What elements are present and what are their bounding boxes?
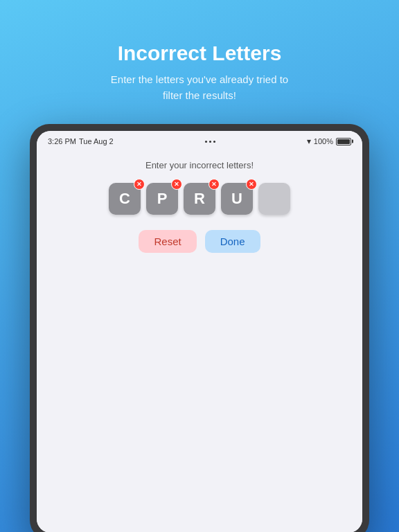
prompt-text: Enter your incorrect letters! <box>145 160 254 170</box>
badge-x-text-c: ✕ <box>136 181 142 188</box>
letter-tile-u[interactable]: U ✕ <box>221 183 253 215</box>
status-right: ▾ 100% <box>307 136 351 146</box>
badge-x-text-r: ✕ <box>211 181 217 188</box>
badge-x-r: ✕ <box>209 179 220 190</box>
letter-char-u: U <box>231 190 242 208</box>
letter-tile-empty[interactable] <box>258 183 290 215</box>
letter-tile-c[interactable]: C ✕ <box>109 183 141 215</box>
badge-x-text-p: ✕ <box>174 181 179 188</box>
battery-fill <box>337 139 350 144</box>
badge-x-c: ✕ <box>134 179 145 190</box>
top-section: Incorrect Letters Enter the letters you'… <box>0 0 399 124</box>
subtitle: Enter the letters you've already tried t… <box>111 72 288 103</box>
time-label: 3:26 PM <box>48 137 76 145</box>
screen-content: Enter your incorrect letters! C ✕ P ✕ R <box>37 149 362 532</box>
buttons-row: Reset Done <box>139 230 260 253</box>
dot-2 <box>209 141 211 143</box>
battery-icon <box>336 138 351 145</box>
badge-x-p: ✕ <box>171 179 182 190</box>
ipad-screen: 3:26 PM Tue Aug 2 ▾ 100% Enter your inco… <box>37 131 362 532</box>
status-bar: 3:26 PM Tue Aug 2 ▾ 100% <box>37 131 362 149</box>
letter-char-c: C <box>119 190 130 208</box>
date-label: Tue Aug 2 <box>79 137 114 145</box>
badge-x-text-u: ✕ <box>249 181 254 188</box>
letters-row: C ✕ P ✕ R ✕ U <box>109 183 290 215</box>
wifi-icon: ▾ <box>307 136 311 146</box>
dot-3 <box>213 141 215 143</box>
reset-button[interactable]: Reset <box>139 230 196 253</box>
letter-char-r: R <box>194 190 205 208</box>
battery-percent: 100% <box>314 137 333 145</box>
ipad-frame: 3:26 PM Tue Aug 2 ▾ 100% Enter your inco… <box>30 124 369 532</box>
letter-tile-r[interactable]: R ✕ <box>184 183 215 215</box>
main-title: Incorrect Letters <box>118 42 282 65</box>
dot-1 <box>205 141 207 143</box>
badge-x-u: ✕ <box>246 179 257 190</box>
letter-char-p: P <box>157 190 168 208</box>
done-button[interactable]: Done <box>205 230 260 253</box>
letter-tile-p[interactable]: P ✕ <box>146 183 178 215</box>
status-center <box>205 141 215 143</box>
status-left: 3:26 PM Tue Aug 2 <box>48 137 114 145</box>
